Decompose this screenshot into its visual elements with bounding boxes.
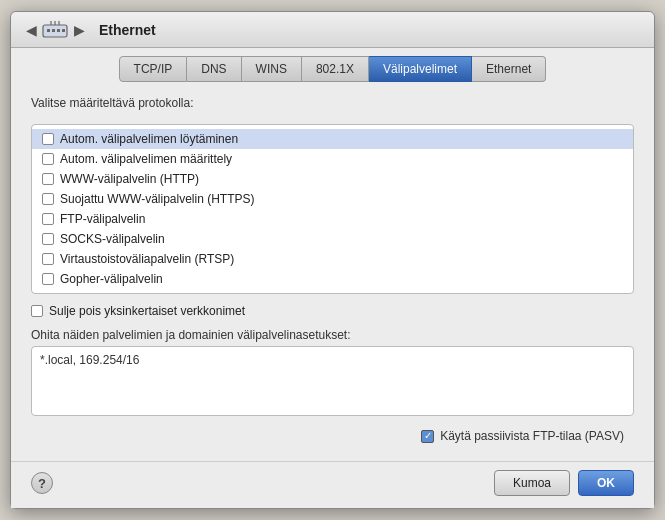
list-item[interactable]: Autom. välipalvelimen määrittely — [32, 149, 633, 169]
ignore-section: Ohita näiden palvelimien ja domainien vä… — [31, 328, 634, 419]
list-item[interactable]: WWW-välipalvelin (HTTP) — [32, 169, 633, 189]
list-item[interactable]: FTP-välipalvelin — [32, 209, 633, 229]
tab-8021x[interactable]: 802.1X — [302, 56, 369, 82]
sulje-row: Sulje pois yksinkertaiset verkkonimet — [31, 304, 634, 318]
protocol-list: Autom. välipalvelimen löytäminen Autom. … — [31, 124, 634, 294]
tab-tcp-ip[interactable]: TCP/IP — [119, 56, 188, 82]
protocol-checkbox-2[interactable] — [42, 173, 54, 185]
list-item[interactable]: Suojattu WWW-välipalvelin (HTTPS) — [32, 189, 633, 209]
tab-ethernet[interactable]: Ethernet — [472, 56, 546, 82]
pasv-label: Käytä passiivista FTP-tilaa (PASV) — [440, 429, 624, 443]
nav-arrows: ◀ ▶ — [21, 20, 89, 40]
main-window: ◀ ▶ Ethernet TCP/IP DNS — [10, 11, 655, 509]
forward-arrow-icon[interactable]: ▶ — [69, 20, 89, 40]
svg-rect-2 — [52, 29, 55, 32]
sulje-checkbox[interactable] — [31, 305, 43, 317]
ok-button[interactable]: OK — [578, 470, 634, 496]
sulje-label: Sulje pois yksinkertaiset verkkonimet — [49, 304, 245, 318]
protocol-checkbox-4[interactable] — [42, 213, 54, 225]
list-item[interactable]: Autom. välipalvelimen löytäminen — [32, 129, 633, 149]
titlebar: ◀ ▶ Ethernet — [11, 12, 654, 48]
ignore-textarea[interactable]: *.local, 169.254/16 — [31, 346, 634, 416]
list-item[interactable]: Gopher-välipalvelin — [32, 269, 633, 289]
ethernet-icon — [41, 20, 69, 40]
main-content: Valitse määriteltävä protokolla: Autom. … — [11, 82, 654, 461]
tab-valipalvelimet[interactable]: Välipalvelimet — [369, 56, 472, 82]
svg-rect-4 — [62, 29, 65, 32]
help-button[interactable]: ? — [31, 472, 53, 494]
protocol-checkbox-6[interactable] — [42, 253, 54, 265]
pasv-checkbox[interactable] — [421, 430, 434, 443]
footer: ? Kumoa OK — [11, 461, 654, 508]
protocol-checkbox-5[interactable] — [42, 233, 54, 245]
list-item[interactable]: Virtaustoistoväliapalvelin (RTSP) — [32, 249, 633, 269]
tab-wins[interactable]: WINS — [242, 56, 302, 82]
protocol-checkbox-3[interactable] — [42, 193, 54, 205]
tab-dns[interactable]: DNS — [187, 56, 241, 82]
svg-rect-3 — [57, 29, 60, 32]
protocol-checkbox-0[interactable] — [42, 133, 54, 145]
window-title: Ethernet — [99, 22, 156, 38]
back-arrow-icon[interactable]: ◀ — [21, 20, 41, 40]
protocol-section-label: Valitse määriteltävä protokolla: — [31, 96, 634, 110]
svg-rect-1 — [47, 29, 50, 32]
list-item[interactable]: SOCKS-välipalvelin — [32, 229, 633, 249]
tabs-bar: TCP/IP DNS WINS 802.1X Välipalvelimet Et… — [11, 48, 654, 82]
protocol-checkbox-7[interactable] — [42, 273, 54, 285]
ignore-section-label: Ohita näiden palvelimien ja domainien vä… — [31, 328, 634, 342]
protocol-checkbox-1[interactable] — [42, 153, 54, 165]
pasv-row: Käytä passiivista FTP-tilaa (PASV) — [31, 429, 634, 443]
footer-buttons: Kumoa OK — [494, 470, 634, 496]
cancel-button[interactable]: Kumoa — [494, 470, 570, 496]
